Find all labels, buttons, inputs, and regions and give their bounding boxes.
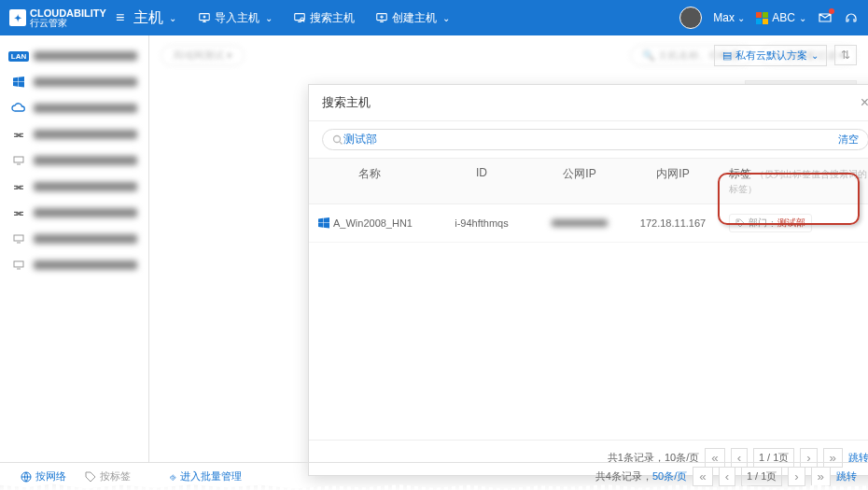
search-icon <box>332 134 343 146</box>
sidebar-item[interactable]: ⫘ <box>0 200 148 226</box>
main-area: LAN ⫘ ⫘ ⫘ 局域网测试 ▾ 🔍 主机名称、ID检索 🏷 按标签过滤 ▾ … <box>0 35 868 462</box>
pager-page[interactable]: 1 / 1页 <box>741 467 782 486</box>
sidebar-item[interactable] <box>0 226 148 252</box>
windows-icon <box>318 217 329 229</box>
footer-tabs: 按网络 按标签 <box>11 464 161 489</box>
notification-dot <box>829 8 834 14</box>
tag-icon <box>735 218 745 228</box>
sidebar-item[interactable] <box>0 147 148 174</box>
sidebar-item[interactable] <box>0 69 148 95</box>
user-menu[interactable]: Max ⌄ <box>713 11 745 24</box>
create-icon <box>375 11 388 24</box>
windows-icon <box>11 75 26 90</box>
pager-first[interactable]: « <box>693 467 712 486</box>
results-table: 名称 ID 公网IP 内网IP 标签（仅列出标签值含搜索词的标签） A_Win2… <box>309 158 868 440</box>
cell-id: i-94hfthmqs <box>430 208 533 238</box>
sidebar-item[interactable]: LAN <box>0 43 148 69</box>
logo-icon: ✦ <box>9 9 26 26</box>
org-switcher[interactable]: ABC ⌄ <box>756 11 806 24</box>
col-private-ip: 内网IP <box>626 159 720 203</box>
tag-icon <box>85 471 96 483</box>
cell-tag: 部门 : 测试部 <box>720 204 868 242</box>
col-name: 名称 <box>309 159 430 203</box>
svg-rect-4 <box>14 157 23 162</box>
table-row[interactable]: A_Win2008_HN1 i-94hfthmqs 172.18.11.167 … <box>309 204 868 243</box>
lan-icon: LAN <box>11 49 26 63</box>
footer-pager: 共4条记录，50条/页 « ‹ 1 / 1页 › » 跳转 <box>595 467 857 486</box>
page-title: 主机 <box>133 8 163 28</box>
headset-icon[interactable] <box>844 10 859 25</box>
sidebar-item[interactable] <box>0 95 148 121</box>
modal-title: 搜索主机 <box>322 94 371 111</box>
enter-icon: ⎆ <box>170 471 176 483</box>
pager-last[interactable]: » <box>811 467 831 486</box>
layout-icon: ▤ <box>722 49 732 62</box>
tab-by-tag[interactable]: 按标签 <box>76 464 140 489</box>
page-footer: 按网络 按标签 ⎆进入批量管理 共4条记录，50条/页 « ‹ 1 / 1页 ›… <box>0 462 868 490</box>
pager-prev[interactable]: ‹ <box>719 467 735 486</box>
sidebar-item[interactable]: ⫘ <box>0 121 148 147</box>
col-id: ID <box>430 159 533 203</box>
svg-rect-1 <box>295 14 305 21</box>
pager-next[interactable]: › <box>788 467 805 486</box>
app-header: ✦ CLOUDABILITY行云管家 ≡ 主机 ⌄ 导入主机⌄ 搜索主机 创建主… <box>0 0 868 35</box>
logo-text: CLOUDABILITY行云管家 <box>30 8 106 28</box>
svg-point-8 <box>737 220 738 221</box>
nav-actions: 导入主机⌄ 搜索主机 创建主机⌄ <box>190 7 457 30</box>
ms-logo-icon <box>756 12 768 24</box>
svg-rect-6 <box>14 261 23 267</box>
modal-layer: 搜索主机 × 清空 名称 ID 公网IP 内网IP <box>299 71 868 434</box>
close-icon[interactable]: × <box>861 94 868 111</box>
notifications-icon[interactable] <box>818 10 833 25</box>
brand-logo: ✦ CLOUDABILITY行云管家 <box>9 8 106 28</box>
sidebar: LAN ⫘ ⫘ ⫘ <box>0 35 149 462</box>
host-icon <box>11 153 26 168</box>
search-host-modal: 搜索主机 × 清空 名称 ID 公网IP 内网IP <box>308 84 868 476</box>
modal-header: 搜索主机 × <box>309 85 868 121</box>
batch-manage-link[interactable]: ⎆进入批量管理 <box>170 469 242 483</box>
content: 局域网测试 ▾ 🔍 主机名称、ID检索 🏷 按标签过滤 ▾ ▤ 私有云默认方案 … <box>149 35 868 462</box>
host-icon <box>11 231 26 246</box>
scheme-selector[interactable]: ▤ 私有云默认方案 ⌄ <box>714 45 827 66</box>
chevron-down-icon: ⌄ <box>811 50 819 61</box>
search-box: 清空 <box>322 129 868 150</box>
sidebar-item[interactable] <box>0 252 148 278</box>
search-input[interactable] <box>343 133 838 147</box>
import-icon <box>198 11 211 24</box>
svg-point-2 <box>301 18 304 21</box>
cloud-icon <box>11 101 26 116</box>
col-public-ip: 公网IP <box>533 159 626 203</box>
host-icon <box>11 258 26 273</box>
sidebar-item[interactable]: ⫘ <box>0 174 148 200</box>
table-header: 名称 ID 公网IP 内网IP 标签（仅列出标签值含搜索词的标签） <box>309 158 868 204</box>
svg-point-7 <box>334 135 341 142</box>
header-right: Max ⌄ ABC ⌄ <box>679 7 859 29</box>
clear-search-link[interactable]: 清空 <box>838 133 859 147</box>
chain-icon: ⫘ <box>11 127 26 142</box>
chain-icon: ⫘ <box>11 205 26 220</box>
svg-rect-5 <box>14 235 23 241</box>
search-host-icon <box>293 11 306 24</box>
modal-search-row: 清空 <box>309 121 868 158</box>
chain-icon: ⫘ <box>11 179 26 194</box>
tag-chip: 部门 : 测试部 <box>729 214 812 232</box>
cell-private-ip: 172.18.11.167 <box>626 208 720 238</box>
pager-info: 共4条记录，50条/页 <box>595 469 687 483</box>
col-tag: 标签（仅列出标签值含搜索词的标签） <box>720 159 868 203</box>
create-host-button[interactable]: 创建主机⌄ <box>368 7 457 30</box>
network-icon <box>21 471 32 483</box>
title-dropdown-icon[interactable]: ⌄ <box>169 13 176 23</box>
pager-jump[interactable]: 跳转 <box>836 469 857 483</box>
sort-button[interactable]: ⇅ <box>834 45 857 65</box>
avatar[interactable] <box>679 7 702 29</box>
import-host-button[interactable]: 导入主机⌄ <box>190 7 280 30</box>
cell-public-ip <box>533 210 626 236</box>
cell-name: A_Win2008_HN1 <box>309 208 430 238</box>
search-host-button[interactable]: 搜索主机 <box>286 7 362 30</box>
menu-icon[interactable]: ≡ <box>116 9 124 26</box>
